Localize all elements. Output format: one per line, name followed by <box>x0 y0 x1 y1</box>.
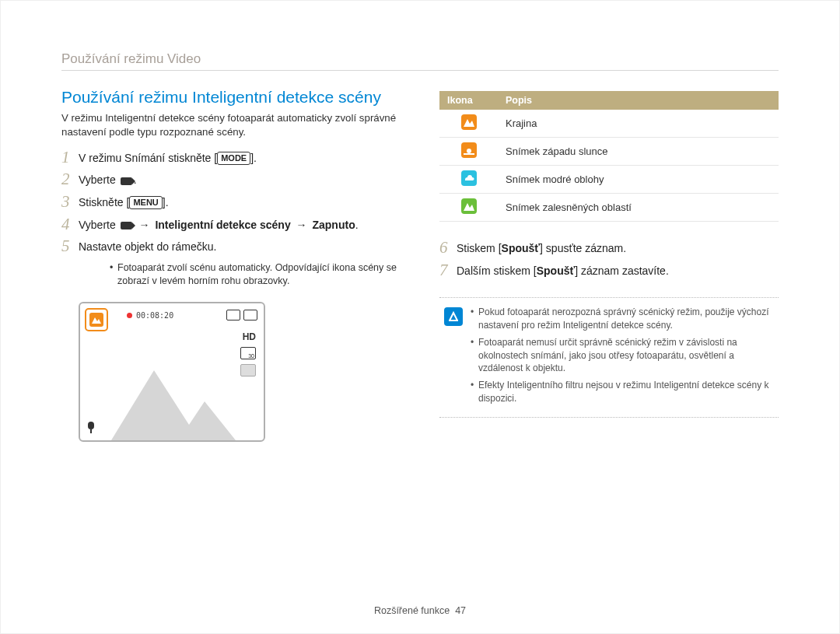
scene-type-icon <box>461 114 477 130</box>
rec-time: 00:08:20 <box>136 311 173 320</box>
step-number: 1 <box>61 149 79 166</box>
note-box: Pokud fotoaparát nerozpozná správný scén… <box>439 297 779 418</box>
step-text: V režimu Snímání stiskněte [MODE]. <box>79 150 257 166</box>
step-1: 1 V režimu Snímání stiskněte [MODE]. <box>61 150 401 166</box>
step-text: Dalším stiskem [Spoušť] záznam zastavíte… <box>457 263 669 279</box>
th-desc: Popis <box>498 91 779 110</box>
top-right-icons <box>226 310 257 321</box>
step-number: 3 <box>61 194 79 210</box>
footer: Rozšířené funkce 47 <box>1 605 839 616</box>
columns: Používání režimu Inteligentní detekce sc… <box>61 88 779 442</box>
step-7: 7 Dalším stiskem [Spoušť] záznam zastaví… <box>439 263 779 279</box>
mountain-graphic <box>80 355 264 440</box>
card-icon <box>243 310 257 321</box>
svg-point-0 <box>467 149 471 153</box>
step-text: Stiskem [Spoušť] spusťte záznam. <box>457 240 626 257</box>
battery-icon <box>226 310 240 321</box>
note-item: Pokud fotoaparát nerozpozná správný scén… <box>471 306 774 332</box>
desc-cell: Snímek modré oblohy <box>498 166 779 194</box>
step-text: Stiskněte [MENU]. <box>79 194 169 211</box>
video-icon <box>121 177 132 185</box>
step-text: Vyberte . <box>79 172 137 188</box>
note-item: Fotoaparát nemusí určit správně scénický… <box>471 336 774 375</box>
scene-type-icon <box>461 170 477 186</box>
scene-type-icon <box>461 198 477 214</box>
table-row: Snímek modré oblohy <box>439 166 779 194</box>
step-2: 2 Vyberte . <box>61 172 401 188</box>
icon-cell <box>439 194 498 222</box>
step-number: 4 <box>61 216 79 233</box>
right-column: Ikona Popis KrajinaSnímek západu slunceS… <box>439 88 779 442</box>
svg-rect-2 <box>449 320 458 321</box>
icon-table: Ikona Popis KrajinaSnímek západu slunceS… <box>439 91 779 222</box>
icon-cell <box>439 138 498 166</box>
mountain-icon <box>91 314 102 325</box>
icon-cell <box>439 110 498 138</box>
sub-bullet: Fotoaparát zvolí scénu automaticky. Odpo… <box>110 261 401 288</box>
step-6: 6 Stiskem [Spoušť] spusťte záznam. <box>439 240 779 257</box>
note-icon <box>444 307 463 326</box>
note-item: Efekty Inteligentního filtru nejsou v re… <box>471 379 774 405</box>
step-number: 2 <box>61 171 79 187</box>
footer-page: 47 <box>455 605 466 616</box>
hd-label: HD <box>243 331 256 342</box>
svg-rect-1 <box>464 153 474 155</box>
step-number: 5 <box>61 238 79 254</box>
camera-screen-illustration: 00:08:20 HD <box>79 302 265 442</box>
step-text: Nastavte objekt do rámečku. <box>79 239 216 255</box>
table-row: Snímek zalesněných oblastí <box>439 194 779 222</box>
step-4: 4 Vyberte → Inteligentní detekce scény →… <box>61 217 401 233</box>
step-5-sub: Fotoaparát zvolí scénu automaticky. Odpo… <box>79 261 401 288</box>
table-row: Krajina <box>439 110 779 138</box>
th-icon: Ikona <box>439 91 498 110</box>
left-column: Používání režimu Inteligentní detekce sc… <box>61 88 401 442</box>
video-icon <box>121 222 132 229</box>
mode-keycap: MODE <box>217 152 250 165</box>
scene-type-icon <box>461 142 477 158</box>
desc-cell: Krajina <box>498 110 779 138</box>
step-text: Vyberte → Inteligentní detekce scény → Z… <box>79 217 359 233</box>
step-3: 3 Stiskněte [MENU]. <box>61 194 401 211</box>
step-number: 6 <box>439 240 457 256</box>
step-number: 7 <box>439 262 457 278</box>
header: Používání režimu Video <box>61 51 779 71</box>
rec-indicator: 00:08:20 <box>127 311 173 320</box>
menu-keycap: MENU <box>129 196 162 209</box>
desc-cell: Snímek zalesněných oblastí <box>498 194 779 222</box>
icon-cell <box>439 166 498 194</box>
intro-text: V režimu Inteligentní detekce scény foto… <box>61 111 401 139</box>
desc-cell: Snímek západu slunce <box>498 138 779 166</box>
rec-dot-icon <box>127 313 132 318</box>
heading-h2: Používání režimu Inteligentní detekce sc… <box>61 88 401 107</box>
note-list: Pokud fotoaparát nerozpozná správný scén… <box>471 306 774 409</box>
header-section-title: Používání režimu Video <box>61 51 201 66</box>
page: Používání režimu Video Používání režimu … <box>0 0 840 634</box>
footer-section: Rozšířené funkce <box>374 605 450 616</box>
scene-icon <box>85 308 108 331</box>
table-row: Snímek západu slunce <box>439 138 779 166</box>
step-5: 5 Nastavte objekt do rámečku. <box>61 239 401 255</box>
